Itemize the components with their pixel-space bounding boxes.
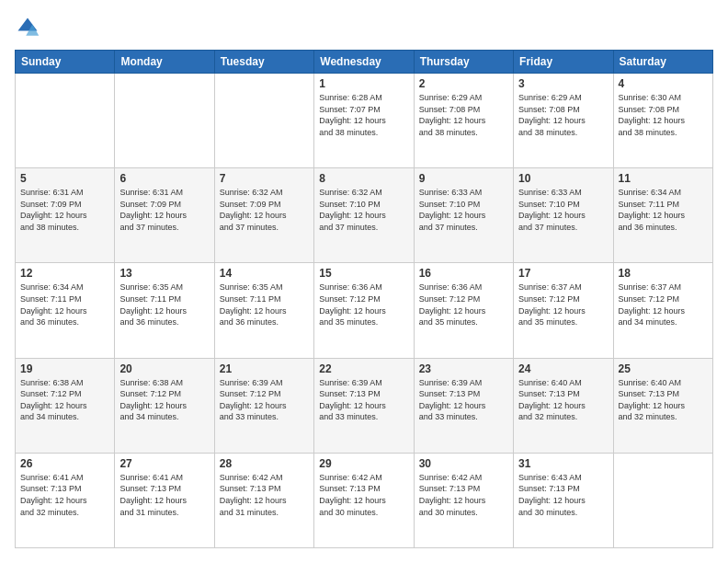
day-number: 27 xyxy=(119,457,209,470)
calendar-cell: 5Sunrise: 6:31 AM Sunset: 7:09 PM Daylig… xyxy=(16,168,115,263)
calendar-cell xyxy=(16,74,115,168)
header xyxy=(15,15,713,40)
day-info: Sunrise: 6:43 AM Sunset: 7:13 PM Dayligh… xyxy=(518,472,608,518)
day-info: Sunrise: 6:31 AM Sunset: 7:09 PM Dayligh… xyxy=(119,187,209,233)
day-number: 18 xyxy=(619,267,708,280)
calendar-cell xyxy=(613,453,712,547)
day-number: 31 xyxy=(518,457,608,470)
week-row-2: 5Sunrise: 6:31 AM Sunset: 7:09 PM Daylig… xyxy=(16,168,713,263)
day-info: Sunrise: 6:29 AM Sunset: 7:08 PM Dayligh… xyxy=(518,92,608,138)
day-number: 14 xyxy=(220,267,309,280)
day-info: Sunrise: 6:35 AM Sunset: 7:11 PM Dayligh… xyxy=(220,282,309,327)
calendar-cell: 12Sunrise: 6:34 AM Sunset: 7:11 PM Dayli… xyxy=(16,263,115,358)
calendar-cell: 26Sunrise: 6:41 AM Sunset: 7:13 PM Dayli… xyxy=(16,453,115,547)
day-info: Sunrise: 6:37 AM Sunset: 7:12 PM Dayligh… xyxy=(619,282,708,327)
calendar-cell: 8Sunrise: 6:32 AM Sunset: 7:10 PM Daylig… xyxy=(314,168,414,263)
day-number: 12 xyxy=(20,267,109,280)
day-number: 2 xyxy=(419,77,508,90)
day-number: 5 xyxy=(20,172,109,185)
day-info: Sunrise: 6:41 AM Sunset: 7:13 PM Dayligh… xyxy=(119,472,209,518)
calendar-cell: 27Sunrise: 6:41 AM Sunset: 7:13 PM Dayli… xyxy=(115,453,214,547)
day-number: 22 xyxy=(319,362,408,375)
day-number: 7 xyxy=(220,172,309,185)
calendar-cell: 14Sunrise: 6:35 AM Sunset: 7:11 PM Dayli… xyxy=(214,263,313,358)
logo xyxy=(15,15,44,40)
day-info: Sunrise: 6:34 AM Sunset: 7:11 PM Dayligh… xyxy=(20,282,109,327)
col-header-friday: Friday xyxy=(514,51,613,74)
day-info: Sunrise: 6:33 AM Sunset: 7:10 PM Dayligh… xyxy=(419,187,508,233)
col-header-monday: Monday xyxy=(115,51,214,74)
calendar-cell: 19Sunrise: 6:38 AM Sunset: 7:12 PM Dayli… xyxy=(16,358,115,453)
calendar-cell xyxy=(214,74,313,168)
day-number: 17 xyxy=(518,267,608,280)
day-info: Sunrise: 6:32 AM Sunset: 7:09 PM Dayligh… xyxy=(220,187,309,233)
day-info: Sunrise: 6:29 AM Sunset: 7:08 PM Dayligh… xyxy=(419,92,508,138)
calendar-cell: 4Sunrise: 6:30 AM Sunset: 7:08 PM Daylig… xyxy=(613,74,712,168)
calendar-cell: 29Sunrise: 6:42 AM Sunset: 7:13 PM Dayli… xyxy=(314,453,414,547)
day-info: Sunrise: 6:36 AM Sunset: 7:12 PM Dayligh… xyxy=(319,282,408,327)
calendar-cell: 21Sunrise: 6:39 AM Sunset: 7:12 PM Dayli… xyxy=(214,358,313,453)
day-number: 20 xyxy=(119,362,209,375)
calendar-cell: 16Sunrise: 6:36 AM Sunset: 7:12 PM Dayli… xyxy=(414,263,513,358)
day-info: Sunrise: 6:39 AM Sunset: 7:12 PM Dayligh… xyxy=(220,377,309,423)
calendar-cell: 30Sunrise: 6:42 AM Sunset: 7:13 PM Dayli… xyxy=(414,453,513,547)
day-number: 8 xyxy=(319,172,408,185)
day-info: Sunrise: 6:39 AM Sunset: 7:13 PM Dayligh… xyxy=(319,377,408,423)
calendar-cell: 18Sunrise: 6:37 AM Sunset: 7:12 PM Dayli… xyxy=(613,263,712,358)
day-number: 21 xyxy=(220,362,309,375)
calendar-cell: 23Sunrise: 6:39 AM Sunset: 7:13 PM Dayli… xyxy=(414,358,513,453)
week-row-5: 26Sunrise: 6:41 AM Sunset: 7:13 PM Dayli… xyxy=(16,453,713,547)
day-number: 11 xyxy=(619,172,708,185)
day-info: Sunrise: 6:36 AM Sunset: 7:12 PM Dayligh… xyxy=(419,282,508,327)
day-number: 23 xyxy=(419,362,508,375)
day-info: Sunrise: 6:41 AM Sunset: 7:13 PM Dayligh… xyxy=(20,472,109,518)
day-number: 6 xyxy=(119,172,209,185)
day-number: 10 xyxy=(518,172,608,185)
day-info: Sunrise: 6:42 AM Sunset: 7:13 PM Dayligh… xyxy=(419,472,508,518)
logo-icon xyxy=(15,15,40,40)
day-number: 4 xyxy=(619,77,708,90)
day-number: 15 xyxy=(319,267,408,280)
week-row-4: 19Sunrise: 6:38 AM Sunset: 7:12 PM Dayli… xyxy=(16,358,713,453)
calendar-cell: 20Sunrise: 6:38 AM Sunset: 7:12 PM Dayli… xyxy=(115,358,214,453)
col-header-saturday: Saturday xyxy=(613,51,712,74)
day-number: 30 xyxy=(419,457,508,470)
day-info: Sunrise: 6:40 AM Sunset: 7:13 PM Dayligh… xyxy=(518,377,608,423)
calendar-cell: 2Sunrise: 6:29 AM Sunset: 7:08 PM Daylig… xyxy=(414,74,513,168)
day-info: Sunrise: 6:33 AM Sunset: 7:10 PM Dayligh… xyxy=(518,187,608,233)
day-number: 3 xyxy=(518,77,608,90)
calendar-cell: 28Sunrise: 6:42 AM Sunset: 7:13 PM Dayli… xyxy=(214,453,313,547)
calendar-cell: 9Sunrise: 6:33 AM Sunset: 7:10 PM Daylig… xyxy=(414,168,513,263)
day-number: 1 xyxy=(319,77,408,90)
day-number: 9 xyxy=(419,172,508,185)
day-number: 16 xyxy=(419,267,508,280)
calendar-cell: 15Sunrise: 6:36 AM Sunset: 7:12 PM Dayli… xyxy=(314,263,414,358)
day-number: 25 xyxy=(619,362,708,375)
day-info: Sunrise: 6:35 AM Sunset: 7:11 PM Dayligh… xyxy=(119,282,209,327)
calendar-cell: 25Sunrise: 6:40 AM Sunset: 7:13 PM Dayli… xyxy=(613,358,712,453)
calendar-cell: 22Sunrise: 6:39 AM Sunset: 7:13 PM Dayli… xyxy=(314,358,414,453)
col-header-sunday: Sunday xyxy=(16,51,115,74)
day-number: 26 xyxy=(20,457,109,470)
day-info: Sunrise: 6:28 AM Sunset: 7:07 PM Dayligh… xyxy=(319,92,408,138)
week-row-3: 12Sunrise: 6:34 AM Sunset: 7:11 PM Dayli… xyxy=(16,263,713,358)
col-header-thursday: Thursday xyxy=(414,51,513,74)
day-info: Sunrise: 6:42 AM Sunset: 7:13 PM Dayligh… xyxy=(319,472,408,518)
calendar-header-row: SundayMondayTuesdayWednesdayThursdayFrid… xyxy=(16,51,713,74)
calendar-cell: 17Sunrise: 6:37 AM Sunset: 7:12 PM Dayli… xyxy=(514,263,613,358)
day-info: Sunrise: 6:40 AM Sunset: 7:13 PM Dayligh… xyxy=(619,377,708,423)
calendar-cell: 24Sunrise: 6:40 AM Sunset: 7:13 PM Dayli… xyxy=(514,358,613,453)
week-row-1: 1Sunrise: 6:28 AM Sunset: 7:07 PM Daylig… xyxy=(16,74,713,168)
page: SundayMondayTuesdayWednesdayThursdayFrid… xyxy=(0,0,728,563)
day-number: 13 xyxy=(119,267,209,280)
day-number: 19 xyxy=(20,362,109,375)
col-header-wednesday: Wednesday xyxy=(314,51,414,74)
day-info: Sunrise: 6:30 AM Sunset: 7:08 PM Dayligh… xyxy=(619,92,708,138)
calendar-cell: 31Sunrise: 6:43 AM Sunset: 7:13 PM Dayli… xyxy=(514,453,613,547)
calendar-cell: 13Sunrise: 6:35 AM Sunset: 7:11 PM Dayli… xyxy=(115,263,214,358)
day-info: Sunrise: 6:37 AM Sunset: 7:12 PM Dayligh… xyxy=(518,282,608,327)
calendar-cell: 1Sunrise: 6:28 AM Sunset: 7:07 PM Daylig… xyxy=(314,74,414,168)
calendar-cell: 10Sunrise: 6:33 AM Sunset: 7:10 PM Dayli… xyxy=(514,168,613,263)
calendar-cell: 7Sunrise: 6:32 AM Sunset: 7:09 PM Daylig… xyxy=(214,168,313,263)
calendar-table: SundayMondayTuesdayWednesdayThursdayFrid… xyxy=(15,50,713,548)
